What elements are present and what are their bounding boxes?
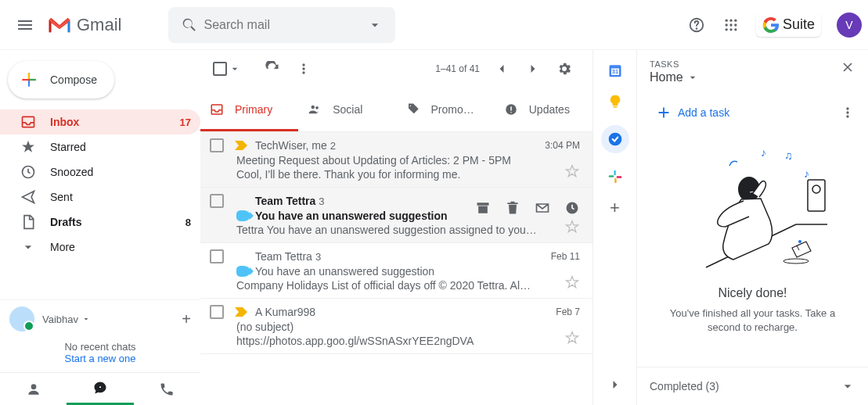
account-avatar[interactable]: V <box>837 13 862 38</box>
calendar-addon[interactable]: 31 <box>607 63 623 78</box>
updates-tab-icon <box>504 102 518 116</box>
star-button[interactable] <box>564 163 580 179</box>
collapse-addons-button[interactable] <box>607 377 623 392</box>
hangouts-chat-tab[interactable] <box>67 373 133 405</box>
mark-read-button[interactable] <box>528 194 556 222</box>
refresh-icon <box>265 61 280 77</box>
gear-icon <box>556 61 572 77</box>
tab-social[interactable]: Social <box>298 88 396 131</box>
svg-point-5 <box>725 23 727 26</box>
sidebar-item-label: Snoozed <box>50 166 191 178</box>
svg-rect-29 <box>613 106 617 108</box>
tab-primary[interactable]: Primary <box>200 88 298 131</box>
hangouts-panel: Vaibhav + No recent chats Start a new on… <box>0 299 200 405</box>
compose-label: Compose <box>50 73 97 86</box>
search-input[interactable] <box>203 18 360 32</box>
email-thread-count: 3 <box>319 195 324 207</box>
compose-button[interactable]: Compose <box>8 61 114 99</box>
email-row[interactable]: TechWiser, me 2 3:04 PM Meeting Request … <box>200 132 592 188</box>
gmail-logo[interactable]: Gmail <box>47 15 121 35</box>
email-checkbox[interactable] <box>210 138 224 152</box>
svg-point-17 <box>302 67 304 70</box>
snooze-button[interactable] <box>558 194 586 222</box>
sidebar-item-starred[interactable]: Starred <box>0 134 200 159</box>
nicely-done-illustration: ♪ ♫ ♪ <box>675 142 831 275</box>
search-options-button[interactable] <box>360 17 389 33</box>
sidebar-item-inbox[interactable]: Inbox 17 <box>0 109 200 134</box>
hangouts-user[interactable]: Vaibhav + <box>0 300 200 338</box>
svg-point-45 <box>783 259 809 263</box>
tasks-menu-button[interactable] <box>840 105 855 120</box>
select-all-checkbox[interactable] <box>213 62 227 76</box>
add-task-row: Add a task <box>637 91 868 134</box>
no-chats-label: No recent chats <box>0 341 200 353</box>
add-task-label[interactable]: Add a task <box>678 106 729 119</box>
gsuite-badge[interactable]: Suite <box>756 13 821 37</box>
star-button[interactable] <box>564 330 580 346</box>
svg-text:♪: ♪ <box>804 167 809 180</box>
chevron-left-icon <box>494 61 510 77</box>
archive-button[interactable] <box>469 194 497 222</box>
prev-page-button[interactable] <box>486 53 517 84</box>
tasks-addon[interactable] <box>601 125 629 153</box>
sidebar-item-sent[interactable]: Sent <box>0 185 200 210</box>
start-chat-link[interactable]: Start a new one <box>0 353 200 364</box>
more-actions-button[interactable] <box>288 53 319 84</box>
email-row[interactable]: Team Tettra 3 Feb 11 You have an unanswe… <box>200 243 592 299</box>
get-addons-button[interactable]: + <box>607 200 623 216</box>
trash-icon <box>505 200 520 216</box>
plus-icon <box>655 104 672 121</box>
google-g-icon <box>762 16 780 34</box>
email-subject: You have an unanswered suggestion <box>236 265 580 278</box>
email-thread-count: 2 <box>330 140 336 152</box>
main-menu-button[interactable] <box>6 6 44 44</box>
clock-icon <box>20 164 36 180</box>
important-marker[interactable] <box>235 307 249 317</box>
search-bar[interactable] <box>168 7 395 43</box>
tasks-list-selector[interactable]: Home <box>650 70 840 84</box>
email-row[interactable]: A Kumar998 Feb 7 (no subject) https://ph… <box>200 299 592 354</box>
email-checkbox[interactable] <box>210 194 224 208</box>
sidebar-item-drafts[interactable]: Drafts 8 <box>0 210 200 235</box>
keep-icon <box>607 94 623 109</box>
apps-button[interactable] <box>715 9 747 41</box>
slack-addon[interactable] <box>607 169 623 185</box>
svg-point-8 <box>725 28 727 30</box>
star-button[interactable] <box>564 219 580 235</box>
svg-text:♪: ♪ <box>761 146 766 159</box>
sidebar-item-label: Inbox <box>50 116 180 128</box>
next-page-button[interactable] <box>517 53 549 84</box>
sidebar-item-more[interactable]: More <box>0 235 200 260</box>
select-dropdown[interactable] <box>229 63 241 75</box>
email-snippet: Tettra You have an unanswered suggestion… <box>236 224 580 236</box>
search-icon[interactable] <box>175 16 203 34</box>
email-checkbox[interactable] <box>210 305 224 319</box>
hangouts-contacts-tab[interactable] <box>0 373 67 405</box>
email-snippet: Cool, I'll be there. Thank you for infor… <box>236 168 580 181</box>
email-row[interactable]: Team Tettra 3 You have an unanswered sug… <box>200 188 592 243</box>
completed-tasks-toggle[interactable]: Completed (3) <box>637 367 868 405</box>
email-snippet: Company Holidays List of official days o… <box>236 279 580 292</box>
tab-promotions[interactable]: Promo… <box>397 88 495 131</box>
tasks-done-subtitle: You've finished all your tasks. Take a s… <box>653 306 852 335</box>
keep-addon[interactable] <box>607 94 623 109</box>
important-marker[interactable] <box>235 141 249 150</box>
tasks-panel: TASKS Home Add a task ♪ ♫ ♪ <box>636 50 868 405</box>
sidebar-item-snoozed[interactable]: Snoozed <box>0 159 200 185</box>
svg-point-18 <box>302 71 304 73</box>
add-task-button[interactable] <box>650 99 678 127</box>
refresh-button[interactable] <box>257 53 288 84</box>
pagination-label: 1–41 of 41 <box>435 63 480 74</box>
tasks-close-button[interactable] <box>840 59 855 75</box>
settings-button[interactable] <box>549 53 580 84</box>
support-button[interactable] <box>681 9 712 41</box>
tab-updates[interactable]: Updates <box>495 88 592 131</box>
svg-point-6 <box>729 23 732 26</box>
email-checkbox[interactable] <box>210 249 224 263</box>
delete-button[interactable] <box>499 194 527 222</box>
hangouts-add-button[interactable]: + <box>182 310 191 328</box>
star-button[interactable] <box>564 274 580 290</box>
svg-point-44 <box>798 240 801 243</box>
email-subject: (no subject) <box>236 321 580 333</box>
hangouts-phone-tab[interactable] <box>134 373 200 405</box>
